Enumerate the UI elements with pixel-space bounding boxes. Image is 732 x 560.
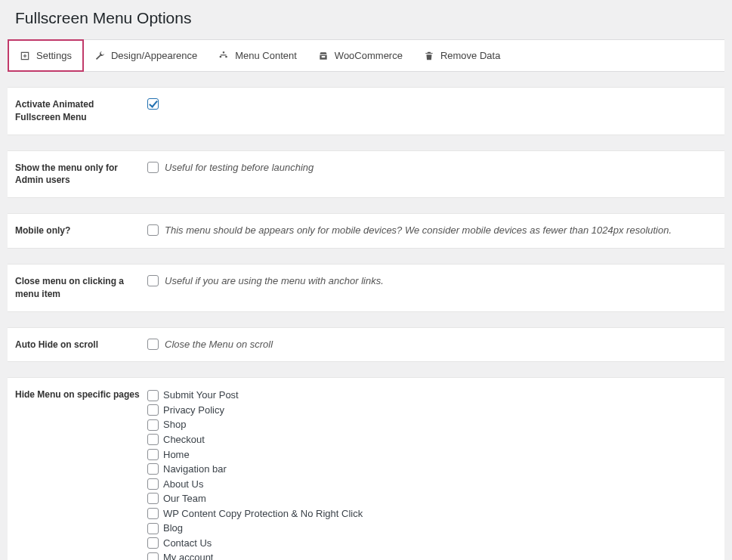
sitemap-icon (218, 51, 229, 61)
setting-label: Show the menu only for Admin users (15, 162, 147, 187)
setting-hide-pages: Hide Menu on specific pages Submit Your … (8, 377, 724, 560)
page-item-checkbox[interactable] (147, 552, 159, 560)
setting-description: Useful if you are using the menu with an… (165, 275, 384, 286)
setting-close-on-click: Close menu on clicking a menu item Usefu… (8, 264, 724, 312)
close-on-click-checkbox[interactable] (147, 275, 159, 286)
setting-label: Close menu on clicking a menu item (15, 275, 147, 301)
page-title: Fullscreen Menu Options (0, 0, 732, 39)
page-item-checkbox[interactable] (147, 493, 159, 504)
tab-woocommerce[interactable]: WooCommerce (307, 40, 413, 71)
page-list: Submit Your PostPrivacy PolicyShopChecko… (147, 388, 363, 560)
setting-label: Activate Animated Fullscreen Menu (15, 98, 147, 124)
page-item[interactable]: My account (147, 551, 363, 560)
tab-settings[interactable]: Settings (8, 39, 84, 72)
page-item[interactable]: WP Content Copy Protection & No Right Cl… (147, 507, 363, 521)
tab-menu-content[interactable]: Menu Content (208, 40, 307, 71)
setting-activate: Activate Animated Fullscreen Menu (8, 87, 724, 135)
activate-checkbox[interactable] (147, 98, 159, 110)
wrench-icon (94, 51, 105, 61)
trash-icon (424, 51, 434, 61)
square-plus-icon (20, 51, 30, 61)
page-item[interactable]: Checkout (147, 433, 363, 447)
page-item-checkbox[interactable] (147, 449, 159, 460)
page-item[interactable]: Submit Your Post (147, 388, 363, 402)
page-item-checkbox[interactable] (147, 463, 159, 475)
page-item-label: Our Team (163, 492, 206, 506)
page-item-checkbox[interactable] (147, 508, 159, 519)
tab-remove-data[interactable]: Remove Data (413, 40, 511, 71)
page-item-checkbox[interactable] (147, 404, 159, 416)
mobile-only-checkbox[interactable] (147, 224, 159, 236)
shop-icon (318, 51, 329, 61)
page-item-checkbox[interactable] (147, 478, 159, 490)
tab-label: Design/Appearence (111, 50, 197, 61)
page-item-label: Blog (163, 521, 183, 535)
tab-label: Remove Data (440, 50, 500, 61)
page-item-label: Privacy Policy (163, 404, 224, 417)
page-item-label: Navigation bar (163, 463, 227, 476)
setting-label: Auto Hide on scroll (15, 339, 147, 351)
setting-description: Useful for testing before launching (165, 162, 313, 173)
page-item-label: Submit Your Post (163, 388, 239, 402)
page-item-label: Home (163, 448, 190, 462)
auto-hide-checkbox[interactable] (147, 339, 159, 350)
page-item[interactable]: Navigation bar (147, 463, 363, 476)
page-item-label: My account (163, 551, 213, 560)
page-item-label: Shop (163, 418, 186, 432)
page-item[interactable]: Shop (147, 418, 363, 432)
tab-label: Settings (36, 50, 72, 61)
setting-mobile-only: Mobile only? This menu should be appears… (8, 213, 724, 249)
page-item[interactable]: About Us (147, 478, 363, 491)
page-item[interactable]: Contact Us (147, 537, 363, 550)
tab-label: Menu Content (235, 50, 297, 61)
page-item[interactable]: Our Team (147, 492, 363, 506)
page-item-label: WP Content Copy Protection & No Right Cl… (163, 507, 363, 521)
page-item[interactable]: Home (147, 448, 363, 462)
page-item-label: Checkout (163, 433, 205, 447)
setting-label: Hide Menu on specific pages (15, 388, 147, 560)
page-item-checkbox[interactable] (147, 419, 159, 431)
page-item[interactable]: Privacy Policy (147, 404, 363, 417)
setting-auto-hide: Auto Hide on scroll Close the Menu on sc… (8, 327, 724, 363)
page-item-checkbox[interactable] (147, 537, 159, 549)
page-item-checkbox[interactable] (147, 434, 159, 445)
tab-label: WooCommerce (335, 50, 403, 61)
page-item-label: Contact Us (163, 537, 212, 550)
admin-only-checkbox[interactable] (147, 162, 159, 173)
setting-label: Mobile only? (15, 224, 147, 237)
page-item-label: About Us (163, 478, 203, 491)
tab-design[interactable]: Design/Appearence (84, 40, 208, 71)
setting-description: Close the Menu on scroll (165, 339, 273, 350)
setting-description: This menu should be appears only for mob… (165, 224, 672, 236)
setting-admin-only: Show the menu only for Admin users Usefu… (8, 150, 724, 199)
page-item-checkbox[interactable] (147, 390, 159, 401)
page-item[interactable]: Blog (147, 521, 363, 535)
page-item-checkbox[interactable] (147, 523, 159, 534)
tabs: Settings Design/Appearence Menu Content … (8, 39, 724, 72)
